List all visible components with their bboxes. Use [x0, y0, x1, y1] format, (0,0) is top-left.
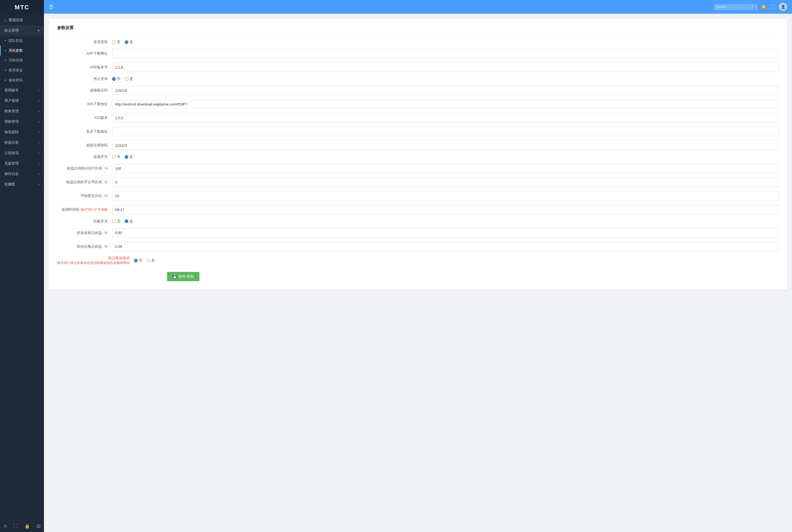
form-row-ios-version: IOS版本 — [57, 113, 779, 122]
section-header-profit-records[interactable]: 收益记录 › — [0, 137, 44, 148]
fullscreen-header-icon[interactable]: ⛶ — [771, 4, 775, 10]
input-withdraw-time[interactable] — [112, 205, 779, 214]
sidebar-item-currency-management[interactable]: 币种管理 — [0, 56, 44, 65]
search-icon: 🔍 — [751, 5, 755, 9]
label-transfer-switch: 转账开关 — [57, 219, 112, 224]
section-label: 收益记录 — [4, 140, 19, 145]
params-card: 参数设置 是否更新 否 是 APP下载网址 — [49, 19, 787, 289]
avatar[interactable]: 👤 — [779, 3, 787, 11]
power-icon[interactable]: ⏻ — [36, 524, 41, 529]
input-platform-coin-ratio[interactable] — [112, 178, 779, 187]
avatar-placeholder: 👤 — [781, 5, 786, 9]
chevron-right-icon: › — [38, 99, 40, 102]
section-header-site-management[interactable]: 站点管理 ▾ — [0, 25, 44, 36]
save-icon: 💾 — [172, 274, 177, 279]
sidebar-item-label: 修改密码 — [8, 78, 23, 83]
radio-daily-release-yes[interactable]: 是 — [147, 258, 155, 263]
main-area: ☰ 🔍 🔔 ⛶ 👤 参数设置 是否更新 否 — [44, 0, 792, 532]
daily-release-note: 每天按订单总价格放还是扣除释放放后的额度释放 — [57, 261, 130, 265]
chevron-right-icon: › — [38, 141, 40, 144]
input-super-trade-pwd[interactable] — [112, 140, 779, 150]
section-label: 钱包划转 — [4, 130, 19, 135]
percent-label-4: % — [105, 231, 108, 235]
percent-label-5: % — [105, 244, 108, 249]
home-icon: ⌂ — [4, 18, 6, 22]
radio-daily-release-no[interactable]: 否 — [134, 258, 142, 263]
sidebar-item-label: 团队奖励 — [8, 38, 23, 43]
input-ios-version[interactable] — [112, 113, 779, 122]
hamburger-menu-icon[interactable]: ☰ — [49, 4, 53, 10]
sidebar-home-item[interactable]: ⌂ 数据总览 — [0, 15, 44, 25]
search-input[interactable] — [716, 5, 749, 9]
section-header-recharge-management[interactable]: 充提管理 › — [0, 158, 44, 169]
section-label: 充提管理 — [4, 161, 19, 166]
lock-icon[interactable]: 🔒 — [24, 524, 30, 529]
settings-icon[interactable]: ⚙ — [3, 524, 7, 529]
radio-withdraw-yes[interactable]: 是 — [125, 154, 133, 159]
label-withdraw-time: 提现时间段 格式"09-17"不能错 — [57, 207, 112, 212]
sidebar-item-referral-bonus[interactable]: 推荐奖金 — [0, 65, 44, 75]
input-usdt-ratio[interactable] — [112, 164, 779, 173]
section-header-wealth-management[interactable]: 理财管理 › — [0, 116, 44, 127]
radio-transfer-switch: 否 是 — [112, 219, 133, 224]
section-site-management: 站点管理 ▾ 团队奖励 系统参数 币种管理 推荐奖金 修改密码 — [0, 25, 44, 85]
chevron-right-icon: › — [38, 89, 40, 92]
section-header-wallet-transfer[interactable]: 钱包划转 › — [0, 127, 44, 137]
input-daily-profit-before[interactable] — [112, 228, 779, 238]
label-stop-login: 停止登录 — [57, 76, 112, 81]
section-header-manage-accounts[interactable]: 管理账号 › — [0, 85, 44, 96]
section-header-carousel[interactable]: 轮播图 › — [0, 179, 44, 190]
input-super-verify-code[interactable] — [112, 86, 779, 95]
section-header-finance-management[interactable]: 财务管理 › — [0, 106, 44, 116]
section-label: 财务管理 — [4, 109, 19, 114]
label-app-download-url: APP下载网址 — [57, 51, 112, 56]
radio-stop-login-no[interactable]: 否 — [112, 76, 120, 81]
form-row-android-download-url: 安卓下载地址 — [57, 127, 779, 136]
header: ☰ 🔍 🔔 ⛶ 👤 — [44, 0, 792, 14]
form-row-daily-profit-before: 回本前每日收益 % — [57, 228, 779, 238]
radio-transfer-yes[interactable]: 是 — [125, 219, 133, 224]
label-super-verify-code: 超级验证码 — [57, 88, 112, 93]
section-header-user-management[interactable]: 用户管理 › — [0, 96, 44, 106]
label-app-version: APP版本号 — [57, 65, 112, 70]
section-label: 轮播图 — [4, 182, 15, 187]
sidebar-footer: ⚙ ⛶ 🔒 ⏻ — [0, 520, 44, 532]
radio-transfer-no[interactable]: 否 — [112, 219, 120, 224]
input-daily-profit-after[interactable] — [112, 242, 779, 251]
sidebar-item-label: 系统参数 — [8, 48, 23, 53]
section-header-operation-log[interactable]: 操作日志 › — [0, 169, 44, 179]
card-title: 参数设置 — [57, 25, 779, 34]
save-button-label: 保存/更新 — [178, 274, 194, 279]
section-body-site-management: 团队奖励 系统参数 币种管理 推荐奖金 修改密码 — [0, 36, 44, 85]
input-ios-download-url[interactable] — [112, 99, 779, 109]
form-row-app-download-url: APP下载网址 — [57, 49, 779, 58]
sidebar-home-label: 数据总览 — [9, 18, 23, 22]
chevron-right-icon: › — [38, 151, 40, 155]
section-label: 公告快讯 — [4, 151, 19, 155]
input-app-version[interactable] — [112, 63, 779, 72]
fullscreen-icon[interactable]: ⛶ — [14, 524, 18, 529]
sidebar-logo: MTC — [0, 0, 44, 15]
section-header-announcements[interactable]: 公告快讯 › — [0, 148, 44, 158]
percent-label: % — [105, 166, 108, 170]
radio-is-update-yes[interactable]: 是 — [125, 40, 133, 44]
save-button[interactable]: 💾 保存/更新 — [167, 272, 200, 281]
form-row-daily-profit-after: 回本后每日收益 % — [57, 242, 779, 251]
sidebar-item-system-params[interactable]: 系统参数 — [0, 45, 44, 56]
radio-is-update: 否 是 — [112, 40, 133, 44]
input-android-download-url[interactable] — [112, 127, 779, 136]
radio-withdraw-no[interactable]: 否 — [112, 154, 120, 159]
header-left: ☰ — [49, 4, 53, 10]
form-row-withdraw-switch: 提现开关 否 是 — [57, 154, 779, 159]
content-area: 参数设置 是否更新 否 是 APP下载网址 — [44, 14, 792, 532]
radio-stop-login-yes[interactable]: 是 — [125, 76, 133, 81]
input-app-download-url[interactable] — [112, 49, 779, 58]
notification-icon[interactable]: 🔔 — [761, 4, 767, 10]
label-withdraw-switch: 提现开关 — [57, 154, 112, 159]
sidebar-item-team-bonus[interactable]: 团队奖励 — [0, 36, 44, 45]
search-box[interactable]: 🔍 — [714, 4, 757, 10]
sidebar-item-change-password[interactable]: 修改密码 — [0, 75, 44, 85]
radio-is-update-no[interactable]: 否 — [112, 40, 120, 44]
percent-label-2: % — [105, 180, 108, 184]
input-level-bonus[interactable] — [112, 191, 779, 201]
